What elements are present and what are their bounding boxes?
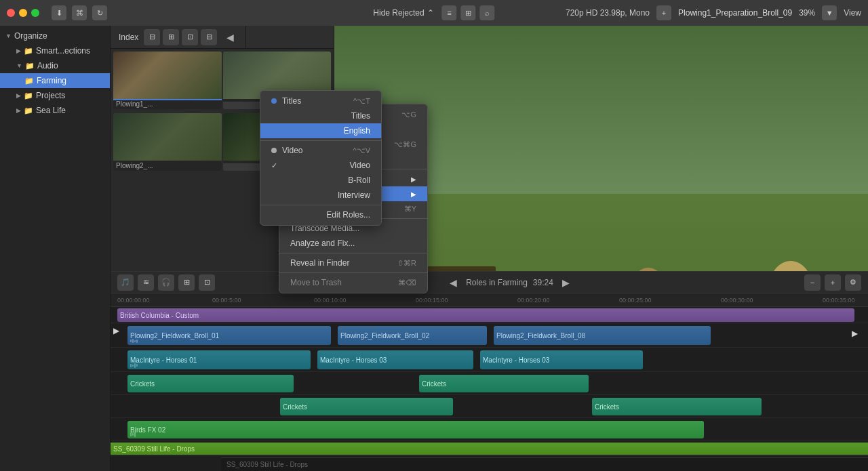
birds-clip[interactable]: Birds FX 02: [127, 421, 704, 438]
timeline-audio-icon[interactable]: 🎵: [117, 274, 134, 291]
video-clip-3-label: Plowing2_Fieldwork_Broll_08: [496, 332, 585, 340]
folder-icon: 📁: [24, 91, 33, 100]
track-play-icon: ▶: [113, 326, 119, 335]
maximize-button[interactable]: [31, 9, 39, 17]
submenu-edit-roles[interactable]: Edit Roles...: [260, 207, 381, 222]
ruler-mark-4: 00:00:20:00: [517, 297, 550, 304]
horses-clip-2[interactable]: MacIntyre - Horses 03: [317, 350, 473, 369]
titlebar-icons: ⬇ ⌘ ↻: [52, 5, 107, 20]
wave-bar: [132, 433, 134, 436]
zoom-level: 39%: [799, 8, 815, 18]
wave-bar: [134, 432, 136, 437]
zoom-out-icon[interactable]: −: [804, 274, 821, 291]
timeline-headphone-icon[interactable]: 🎧: [158, 274, 174, 291]
horses-clip-3[interactable]: MacIntyre - Horses 03: [480, 350, 643, 369]
crickets-clip-3-label: Crickets: [283, 403, 307, 411]
master-clip[interactable]: British Columbia - Custom: [117, 308, 854, 322]
zoom-in-icon[interactable]: +: [825, 274, 841, 291]
submenu-sep-1: [260, 140, 381, 141]
clip-info: 720p HD 23.98p, Mono: [566, 8, 650, 18]
hide-rejected-arrow: ⌃: [427, 8, 434, 18]
ruler-mark-2: 00:00:10:00: [314, 297, 347, 304]
search-icon[interactable]: ⌕: [480, 5, 495, 20]
add-clip-icon[interactable]: +: [656, 5, 671, 20]
submenu-video-check[interactable]: ✓ Video: [260, 158, 381, 173]
timeline-settings-icon[interactable]: ⚙: [845, 274, 861, 291]
horses-clip-1[interactable]: MacIntyre - Horses 01: [127, 350, 311, 369]
index-controls: ⊟ ⊞ ⊡ ⊟: [144, 29, 217, 45]
context-reveal[interactable]: Reveal in Finder ⇧⌘R: [279, 255, 427, 270]
key-icon[interactable]: ⌘: [72, 5, 87, 20]
timeline-view-icon[interactable]: ⊞: [178, 274, 195, 291]
timeline-left-btn[interactable]: ◀: [222, 30, 237, 45]
timeline-prev-btn[interactable]: ◀: [446, 275, 460, 290]
index-btn-2[interactable]: ⊞: [163, 29, 179, 45]
sidebar-item-farming[interactable]: 📁 Farming: [0, 73, 110, 88]
context-move-trash[interactable]: Move to Trash ⌘⌫: [279, 275, 427, 290]
clip-thumb-3[interactable]: Plowing2_...: [113, 113, 222, 171]
sidebar-item-label: Organize: [14, 31, 47, 41]
video-clip-1[interactable]: Plowing2_Fieldwork_Broll_01: [127, 326, 331, 345]
context-analyze[interactable]: Analyze and Fix...: [279, 236, 427, 251]
video-clip-3[interactable]: Plowing2_Fieldwork_Broll_08: [494, 326, 711, 345]
crickets-clip-1[interactable]: Crickets: [127, 375, 294, 392]
submenu-video2-label: Video: [350, 161, 370, 170]
sync-icon[interactable]: ↻: [92, 5, 107, 20]
timeline-next-btn[interactable]: ▶: [559, 275, 574, 290]
submenu-english[interactable]: English: [260, 123, 381, 138]
sidebar-item-projects[interactable]: ▶ 📁 Projects: [0, 88, 110, 103]
zoom-arrow-icon[interactable]: ▼: [822, 5, 837, 20]
waveform-1: [127, 338, 331, 344]
dot-white-icon: [271, 148, 277, 153]
wave-bar: [134, 340, 136, 342]
crickets-clip-4[interactable]: Crickets: [592, 398, 762, 415]
organize-arrow-icon: ▼: [5, 33, 12, 39]
index-btn-4[interactable]: ⊟: [201, 29, 217, 45]
video-clip-2[interactable]: Plowing2_Fieldwork_Broll_02: [338, 326, 487, 345]
submenu-video-shortcut[interactable]: Video ^⌥V: [260, 143, 381, 158]
view-label[interactable]: View: [844, 8, 861, 18]
timeline-wave-icon[interactable]: ≋: [138, 274, 154, 291]
sidebar-item-organize[interactable]: ▼ Organize: [0, 28, 110, 43]
folder-icon: 📁: [24, 77, 34, 85]
bottom-clip[interactable]: SS_60309 Still Life - Drops: [111, 443, 868, 455]
submenu-titles-shortcut[interactable]: Titles ^⌥T: [260, 94, 381, 108]
reveal-shortcut: ⇧⌘R: [397, 259, 416, 268]
submenu-titles[interactable]: Titles: [260, 108, 381, 123]
titlebar-right: 720p HD 23.98p, Mono + Plowing1_Preparat…: [566, 5, 861, 20]
sidebar-item-smart-collections[interactable]: ▶ 📁 Smart...ections: [0, 43, 110, 58]
crickets-clip-3[interactable]: Crickets: [280, 398, 453, 415]
submenu-interview[interactable]: Interview: [260, 188, 381, 203]
minimize-button[interactable]: [19, 9, 27, 17]
timeline-header-center: ◀ Roles in Farming 39:24 ▶: [446, 275, 574, 290]
index-btn-1[interactable]: ⊟: [144, 29, 160, 45]
index-label[interactable]: Index: [119, 33, 138, 42]
video-track: ▶ Plowing2_Fieldwork_Broll_01 Plowing2_F…: [111, 323, 868, 348]
ruler-mark-7: 00:00:35:00: [823, 297, 855, 304]
list-view-icon[interactable]: ≡: [442, 5, 457, 20]
thumb-label-1: Plowing1_...: [113, 99, 222, 109]
grid-view-icon[interactable]: ⊞: [461, 5, 476, 20]
titlebar: ⬇ ⌘ ↻ Hide Rejected ⌃ ≡ ⊞ ⌕ 720p HD 23.9…: [0, 0, 868, 26]
sidebar-item-sea-life[interactable]: ▶ 📁 Sea Life: [0, 103, 110, 118]
submenu-english-label: English: [344, 126, 370, 136]
crickets-clip-2[interactable]: Crickets: [419, 375, 589, 392]
index-btn-3[interactable]: ⊡: [182, 29, 198, 45]
close-button[interactable]: [7, 9, 15, 17]
index-tab: Index ⊟ ⊞ ⊡ ⊟ ◀: [111, 26, 246, 49]
sidebar-item-audio[interactable]: ▼ 📁 Audio: [0, 58, 110, 73]
submenu-titles-label: Titles: [282, 96, 301, 106]
ruler-mark-0: 00:00:00:00: [117, 297, 150, 304]
download-icon[interactable]: ⬇: [52, 5, 66, 20]
bottom-clip-label: SS_60309 Still Life - Drops: [113, 445, 195, 453]
submenu-broll[interactable]: B-Roll: [260, 173, 381, 188]
clip-thumb-1[interactable]: Plowing1_...: [113, 52, 222, 109]
waveform-birds: [127, 432, 704, 437]
timeline-clip-icon[interactable]: ⊡: [199, 274, 215, 291]
ruler-mark-1: 00:00:5:00: [212, 297, 241, 304]
timeline-area: 🎵 ≋ 🎧 ⊞ ⊡ ◀ Roles in Farming 39:24 ▶ − +…: [111, 271, 868, 471]
hide-rejected-control[interactable]: Hide Rejected ⌃: [373, 8, 433, 18]
folder-icon: 📁: [25, 62, 35, 70]
submenu-broll-label: B-Roll: [348, 176, 370, 185]
thumb-image-3: [113, 113, 222, 161]
